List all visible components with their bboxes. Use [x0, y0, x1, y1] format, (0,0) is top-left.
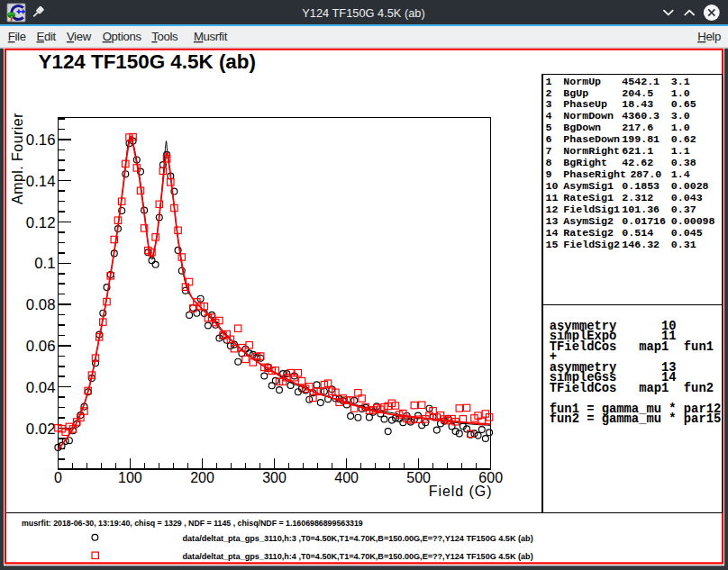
svg-text:BgDown: BgDown: [563, 122, 601, 133]
svg-text:7: 7: [546, 145, 552, 157]
svg-text:FieldSig2: FieldSig2: [563, 239, 620, 250]
svg-text:data/deltat_pta_gps_3110,h:4 ,: data/deltat_pta_gps_3110,h:4 ,T0=4.50K,T…: [183, 552, 533, 561]
svg-text:0.62: 0.62: [671, 133, 696, 145]
svg-text:100: 100: [118, 470, 142, 485]
svg-text:217.6: 217.6: [622, 122, 653, 133]
svg-text:Y124 TF150G 4.5K (ab): Y124 TF150G 4.5K (ab): [302, 6, 424, 20]
svg-text:0.045: 0.045: [671, 227, 703, 239]
svg-text:RateSig1: RateSig1: [563, 192, 614, 204]
svg-text:fun2 = gamma_mu * par15: fun2 = gamma_mu * par15: [550, 412, 721, 426]
svg-text:0.37: 0.37: [671, 204, 696, 215]
svg-text:0.514: 0.514: [622, 227, 653, 239]
svg-text:3.1: 3.1: [671, 76, 690, 87]
svg-text:146.32: 146.32: [622, 239, 660, 250]
svg-text:1: 1: [546, 76, 552, 87]
svg-text:0: 0: [54, 470, 62, 485]
svg-text:15: 15: [546, 239, 559, 250]
svg-text:4542.1: 4542.1: [622, 76, 660, 87]
svg-text:0.08: 0.08: [26, 296, 56, 313]
svg-text:musrfit: 2018-06-30, 13:19:40,: musrfit: 2018-06-30, 13:19:40, chisq = 1…: [22, 519, 363, 528]
svg-text:0.01716: 0.01716: [622, 215, 666, 227]
svg-text:RateSig2: RateSig2: [563, 227, 614, 239]
svg-text:Edit: Edit: [37, 30, 57, 43]
svg-text:PhaseDown: PhaseDown: [563, 133, 620, 145]
svg-text:BgUp: BgUp: [563, 87, 588, 99]
svg-text:PhaseRight: PhaseRight: [563, 168, 626, 180]
svg-text:View: View: [67, 30, 92, 43]
svg-text:101.36: 101.36: [622, 204, 660, 215]
svg-text:11: 11: [546, 192, 559, 204]
svg-text:FieldSig1: FieldSig1: [563, 204, 620, 215]
svg-text:0.1: 0.1: [34, 255, 55, 272]
svg-text:5: 5: [546, 122, 552, 133]
svg-text:data/deltat_pta_gps_3110,h:3 ,: data/deltat_pta_gps_3110,h:3 ,T0=4.50K,T…: [183, 534, 533, 543]
svg-text:1.4: 1.4: [671, 168, 690, 180]
svg-text:200: 200: [190, 470, 214, 485]
svg-text:0.14: 0.14: [26, 173, 56, 190]
svg-text:Tools: Tools: [151, 30, 178, 43]
svg-text:File: File: [8, 30, 26, 43]
svg-text:0.06: 0.06: [26, 338, 56, 355]
svg-text:TFieldCos map1 fun2: TFieldCos map1 fun2: [550, 382, 714, 395]
svg-text:3.0: 3.0: [671, 110, 690, 122]
svg-text:Ampl. Fourier: Ampl. Fourier: [10, 113, 25, 204]
svg-text:0.00098: 0.00098: [671, 215, 715, 227]
svg-text:PhaseUp: PhaseUp: [563, 98, 607, 110]
svg-text:0.043: 0.043: [671, 192, 703, 204]
svg-text:NormUp: NormUp: [563, 76, 601, 87]
svg-text:AsymSig1: AsymSig1: [563, 180, 614, 192]
svg-text:Y124 TF150G 4.5K (ab): Y124 TF150G 4.5K (ab): [39, 50, 256, 73]
svg-text:2.312: 2.312: [622, 192, 653, 204]
svg-text:621.1: 621.1: [622, 145, 653, 157]
svg-text:4360.3: 4360.3: [622, 110, 660, 122]
svg-text:42.62: 42.62: [622, 157, 653, 168]
svg-text:12: 12: [546, 204, 559, 215]
svg-text:300: 300: [262, 470, 287, 485]
svg-text:10: 10: [546, 180, 559, 192]
svg-text:Help: Help: [697, 30, 721, 43]
svg-text:AsymSig2: AsymSig2: [563, 215, 614, 227]
svg-text:0.38: 0.38: [671, 157, 696, 168]
svg-text:0.16: 0.16: [26, 131, 56, 149]
svg-text:0.1853: 0.1853: [622, 180, 660, 192]
svg-text:1.0: 1.0: [671, 122, 690, 133]
svg-text:8: 8: [546, 157, 552, 168]
svg-text:TFieldCos map1 fun1: TFieldCos map1 fun1: [550, 340, 714, 354]
svg-text:Options: Options: [103, 30, 142, 43]
svg-text:0.12: 0.12: [26, 214, 56, 231]
svg-text:Field (G): Field (G): [429, 484, 493, 499]
svg-text:2: 2: [546, 87, 552, 99]
svg-text:13: 13: [546, 215, 559, 227]
svg-text:0.0028: 0.0028: [671, 180, 709, 192]
svg-text:3: 3: [546, 98, 552, 110]
svg-text:199.81: 199.81: [622, 133, 660, 145]
svg-text:6: 6: [546, 133, 552, 145]
svg-text:287.0: 287.0: [630, 168, 661, 180]
svg-text:NormRight: NormRight: [563, 145, 620, 157]
svg-text:Musrfit: Musrfit: [194, 30, 228, 43]
svg-text:204.5: 204.5: [622, 87, 653, 99]
svg-text:0.31: 0.31: [671, 239, 696, 250]
svg-text:BgRight: BgRight: [563, 157, 607, 168]
svg-text:0.65: 0.65: [671, 98, 696, 110]
svg-text:1.1: 1.1: [671, 145, 690, 157]
svg-text:18.43: 18.43: [622, 98, 653, 110]
svg-text:0.02: 0.02: [26, 421, 56, 438]
svg-text:0.04: 0.04: [26, 379, 56, 396]
svg-text:NormDown: NormDown: [563, 110, 614, 122]
svg-text:1.0: 1.0: [671, 87, 690, 99]
svg-text:14: 14: [546, 227, 559, 239]
svg-text:9: 9: [546, 168, 552, 180]
svg-text:400: 400: [334, 470, 359, 485]
svg-text:500: 500: [406, 470, 431, 485]
svg-text:4: 4: [546, 110, 552, 122]
